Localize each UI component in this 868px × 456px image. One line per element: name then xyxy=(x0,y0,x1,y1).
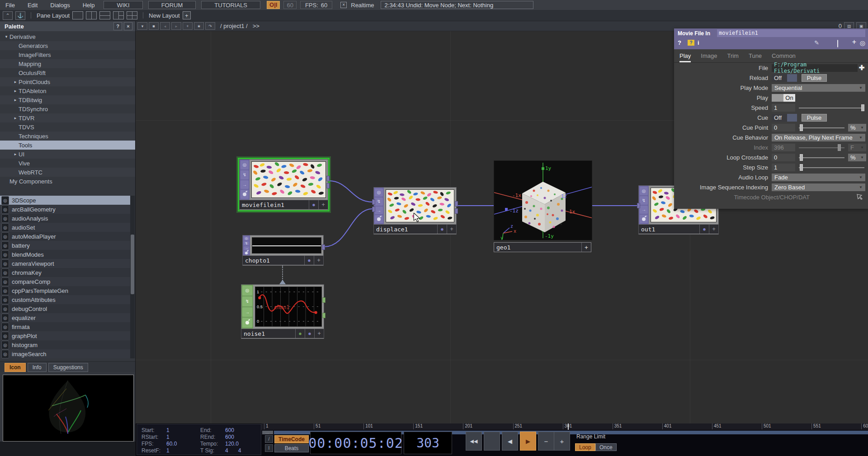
node-plus-icon[interactable]: + xyxy=(709,225,718,234)
audio-loop-dropdown[interactable]: Fade▼ xyxy=(772,174,865,181)
node-displace1[interactable]: ◎ ↯ → displace1 ● + xyxy=(373,187,457,235)
tab-info[interactable]: Info xyxy=(28,363,47,372)
play-reverse-button[interactable]: ◀ xyxy=(502,432,518,451)
breadcrumb-more[interactable]: >> xyxy=(253,23,259,29)
palette-tree-item-techniques[interactable]: Techniques xyxy=(0,132,135,141)
arrow-flag-icon[interactable]: → xyxy=(375,207,383,215)
resetf-value[interactable]: 1 xyxy=(166,447,170,454)
cue-behavior-dropdown[interactable]: On Release, Play Next Frame▼ xyxy=(772,134,865,141)
palette-component-blendmodes[interactable]: ◎blendModes xyxy=(0,250,130,259)
info-icon[interactable]: i xyxy=(698,39,699,46)
pane-menu-caret-button[interactable]: ▾ xyxy=(137,22,147,30)
stop-button[interactable]: ■ xyxy=(149,22,159,30)
node-chopto1[interactable]: ◎ ↯ → chopto1 ● + xyxy=(242,235,324,266)
palette-component-audioanalysis[interactable]: ◎audioAnalysis xyxy=(0,214,130,223)
bypass-flag-icon[interactable]: ↯ xyxy=(244,241,249,245)
layout-grid-button[interactable] xyxy=(127,11,137,19)
fps-value[interactable]: 60.0 xyxy=(166,441,177,447)
tutorials-button[interactable]: TUTORIALS xyxy=(201,1,260,9)
image-sequence-indexing-dropdown[interactable]: Zero Based▼ xyxy=(772,183,865,191)
arrow-flag-icon[interactable]: → xyxy=(640,206,648,214)
tab-suggestions[interactable]: Suggestions xyxy=(48,363,88,372)
help-icon[interactable]: ? xyxy=(678,39,681,46)
palette-tree-item-oculusrift[interactable]: OculusRift xyxy=(0,68,135,77)
fps-display[interactable]: FPS: 60 xyxy=(300,1,332,9)
palette-component-imagesearch[interactable]: ◎imageSearch xyxy=(0,349,130,358)
palette-tree-item-generators[interactable]: Generators xyxy=(0,41,135,50)
end-value[interactable]: 600 xyxy=(225,427,234,433)
tab-common[interactable]: Common xyxy=(772,49,796,62)
tempo-value[interactable]: 120.0 xyxy=(225,441,239,447)
output-connector[interactable] xyxy=(326,176,330,181)
stretch-button[interactable]: / xyxy=(265,435,273,443)
tree-right-arrow-icon[interactable]: ▸ xyxy=(12,116,19,120)
cue-toggle[interactable]: Off xyxy=(772,114,797,122)
step-size-slider[interactable] xyxy=(799,164,864,171)
node-geo1-viewport[interactable]: 1y -1y -1x 1x 1z -1z z x y xyxy=(494,160,592,240)
input-connector[interactable] xyxy=(637,203,640,208)
arrow-flag-icon[interactable]: → xyxy=(241,180,249,189)
breadcrumb[interactable]: / project1 / xyxy=(220,23,248,29)
rstart-value[interactable]: 1 xyxy=(166,434,170,440)
go-to-start-button[interactable]: ◀◀ xyxy=(466,432,482,451)
palette-component-firmata[interactable]: ◎firmata xyxy=(0,322,130,331)
node-geo1-name-bar[interactable]: geo1 + xyxy=(494,242,591,252)
reload-toggle[interactable]: Off xyxy=(772,74,797,82)
tree-right-arrow-icon[interactable]: ▸ xyxy=(12,80,19,84)
tab-trim[interactable]: Trim xyxy=(727,49,739,62)
display-dot-icon[interactable]: ● xyxy=(437,225,447,234)
cue-point-unit-dropdown[interactable]: %▼ xyxy=(848,124,866,132)
output-connector[interactable] xyxy=(322,297,326,303)
tree-down-arrow-icon[interactable]: ▾ xyxy=(3,34,9,39)
palette-component-automediaplayer[interactable]: ◎autoMediaPlayer xyxy=(0,232,130,241)
viewer-flag-icon[interactable]: ◎ xyxy=(640,187,648,195)
menu-file[interactable]: File xyxy=(0,2,20,9)
palette-scrollbar-thumb[interactable] xyxy=(131,235,134,294)
star-icon[interactable]: ★ xyxy=(194,22,204,30)
pause-button[interactable] xyxy=(484,432,500,451)
node-name-bar[interactable]: moviefilein1 ● + xyxy=(240,200,328,209)
forward-button[interactable]: ▸ xyxy=(171,22,181,30)
back-button[interactable]: ◂ xyxy=(160,22,170,30)
tree-right-arrow-icon[interactable]: ▸ xyxy=(12,152,19,156)
cue-pulse-button[interactable]: Pulse xyxy=(802,114,827,122)
display-dot-icon[interactable]: ● xyxy=(305,329,314,338)
node-plus-icon[interactable]: + xyxy=(581,243,591,252)
oi-toggle[interactable]: O|I xyxy=(267,1,280,9)
target-icon[interactable]: ◎ xyxy=(860,39,865,47)
tab-tune[interactable]: Tune xyxy=(749,49,762,62)
node-name-bar[interactable]: chopto1 ● + xyxy=(243,255,323,265)
start-value[interactable]: 1 xyxy=(166,427,170,433)
palette-tree-item-tdvs[interactable]: TDVS xyxy=(0,122,135,132)
speed-slider[interactable] xyxy=(799,104,864,112)
node-moviefilein1[interactable]: ◎ ↯ → moviefilein1 ● + xyxy=(239,159,328,210)
file-browse-plus-icon[interactable]: ✚ xyxy=(858,64,866,72)
loop-crossfade-slider[interactable] xyxy=(799,154,844,161)
step-back-button[interactable]: − xyxy=(538,432,554,451)
palette-component-equalizer[interactable]: ◎equalizer xyxy=(0,313,130,322)
once-button[interactable]: Once xyxy=(595,443,617,451)
palette-tree-item-derivative[interactable]: ▾Derivative xyxy=(0,32,135,41)
output-connector[interactable] xyxy=(455,201,458,207)
lock-flag-icon[interactable] xyxy=(375,215,383,223)
wiki-button[interactable]: WIKI xyxy=(104,1,142,9)
palette-component-cppparstemplategen[interactable]: ◎cppParsTemplateGen xyxy=(0,286,130,295)
reload-pulse-button[interactable]: Pulse xyxy=(802,74,827,82)
input-connector[interactable] xyxy=(372,199,375,205)
realtime-checkbox[interactable]: × xyxy=(340,2,347,8)
node-name-bar[interactable]: out1 ● + xyxy=(639,224,718,234)
palette-tree-item-pointclouds[interactable]: ▸PointClouds xyxy=(0,77,135,86)
layout-left-right-split-button[interactable] xyxy=(113,11,124,19)
export-dot-icon[interactable]: ● xyxy=(295,329,305,338)
palette-tree-item-ui[interactable]: ▸UI xyxy=(0,150,135,159)
layout-single-button[interactable] xyxy=(72,11,83,19)
palette-component-3dscope[interactable]: ◎3DScope xyxy=(0,196,130,205)
tsig-value-2[interactable]: 4 xyxy=(238,447,241,454)
palette-close-button[interactable]: × xyxy=(124,22,132,30)
node-plus-icon[interactable]: + xyxy=(314,329,324,338)
palette-component-chromakey[interactable]: ◎chromaKey xyxy=(0,268,130,277)
tree-right-arrow-icon[interactable]: ▸ xyxy=(12,98,19,102)
step-size-field[interactable]: 1 xyxy=(772,164,795,171)
palette-tree-item-vive[interactable]: Vive xyxy=(0,159,135,168)
viewer-flag-icon[interactable]: ◎ xyxy=(375,188,383,197)
